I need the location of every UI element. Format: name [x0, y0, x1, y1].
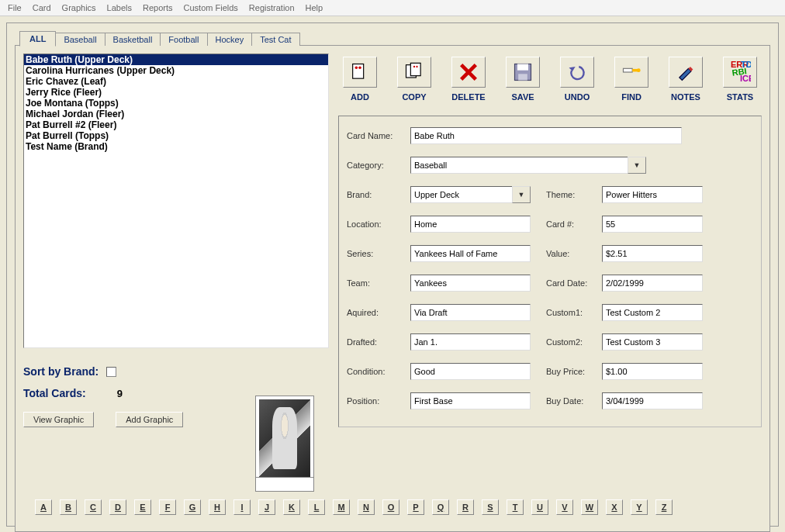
drafted-input[interactable]: [410, 333, 531, 351]
list-item[interactable]: Michael Jordan (Fleer): [24, 109, 328, 119]
tab-baseball[interactable]: Baseball: [55, 33, 105, 46]
brand-label: Brand:: [347, 190, 404, 199]
stats-button[interactable]: ERRTD'RBIICESTATS: [718, 57, 762, 102]
alpha-button-c[interactable]: C: [85, 499, 102, 515]
custom2-input[interactable]: [602, 333, 703, 351]
undo-button[interactable]: UNDO: [555, 57, 599, 102]
alpha-button-r[interactable]: R: [457, 499, 474, 515]
menu-item-card[interactable]: Card: [28, 2, 56, 14]
alpha-button-m[interactable]: M: [333, 499, 350, 515]
total-cards-label: Total Cards:: [23, 387, 86, 399]
right-column: ADDCOPYDELETESAVEUNDOFINDNOTESERRTD'RBII…: [338, 54, 762, 523]
menu-item-reports[interactable]: Reports: [138, 2, 178, 14]
dropdown-arrow-icon[interactable]: ▼: [512, 186, 531, 203]
category-combo[interactable]: ▼: [410, 157, 646, 174]
alpha-button-v[interactable]: V: [556, 499, 573, 515]
card-name-input[interactable]: [410, 127, 682, 144]
list-item[interactable]: Carolina Hurricanes (Upper Deck): [24, 65, 328, 76]
alpha-button-u[interactable]: U: [531, 499, 548, 515]
aquired-input[interactable]: [410, 304, 531, 321]
add-graphic-button[interactable]: Add Graphic: [116, 412, 183, 427]
buy-date-input[interactable]: [602, 392, 703, 409]
tab-football[interactable]: Football: [160, 33, 207, 46]
toolbar-label: NOTES: [664, 92, 707, 102]
aquired-label: Aquired:: [347, 308, 404, 317]
alpha-button-s[interactable]: S: [482, 499, 499, 515]
menu-item-file[interactable]: File: [3, 2, 26, 14]
alpha-button-y[interactable]: Y: [631, 499, 648, 515]
notes-button[interactable]: NOTES: [664, 57, 707, 102]
list-item[interactable]: Jerry Rice (Fleer): [24, 87, 328, 98]
category-input[interactable]: [410, 157, 628, 174]
alpha-button-p[interactable]: P: [407, 499, 424, 515]
custom1-label: Custom1:: [546, 308, 596, 317]
find-button[interactable]: FIND: [610, 57, 653, 102]
menu-item-help[interactable]: Help: [301, 2, 328, 14]
alpha-button-w[interactable]: W: [581, 499, 598, 515]
value-input[interactable]: [602, 245, 703, 262]
position-input[interactable]: [410, 392, 531, 409]
alpha-button-t[interactable]: T: [507, 499, 524, 515]
alpha-button-d[interactable]: D: [109, 499, 126, 515]
list-item[interactable]: Eric Chavez (Leaf): [24, 76, 328, 87]
theme-input[interactable]: [602, 186, 703, 203]
alpha-button-b[interactable]: B: [60, 499, 77, 515]
list-item[interactable]: Test Name (Brand): [24, 141, 328, 152]
condition-label: Condition:: [347, 367, 404, 376]
copy-icon: [397, 57, 431, 88]
copy-button[interactable]: COPY: [392, 57, 436, 102]
buy-price-label: Buy Price:: [546, 367, 596, 376]
card-no-input[interactable]: [602, 216, 703, 233]
tab-hockey[interactable]: Hockey: [207, 33, 253, 46]
tab-basketball[interactable]: Basketball: [105, 33, 161, 46]
alpha-button-j[interactable]: J: [258, 499, 275, 515]
alpha-button-g[interactable]: G: [184, 499, 201, 515]
alpha-button-x[interactable]: X: [606, 499, 623, 515]
brand-combo[interactable]: ▼: [410, 186, 531, 203]
list-item[interactable]: Babe Ruth (Upper Deck): [24, 54, 328, 65]
dropdown-arrow-icon[interactable]: ▼: [628, 157, 646, 174]
condition-input[interactable]: [410, 363, 531, 380]
main-window: ALLBaseballBasketballFootballHockeyTest …: [6, 22, 779, 527]
alpha-button-o[interactable]: O: [382, 499, 399, 515]
brand-input[interactable]: [410, 186, 512, 203]
buy-price-input[interactable]: [602, 363, 703, 380]
alpha-button-h[interactable]: H: [209, 499, 226, 515]
save-button[interactable]: SAVE: [501, 57, 545, 102]
list-item[interactable]: Pat Burrell #2 (Fleer): [24, 119, 328, 130]
alpha-button-k[interactable]: K: [283, 499, 300, 515]
delete-button[interactable]: DELETE: [447, 57, 490, 102]
alpha-button-f[interactable]: F: [159, 499, 176, 515]
svg-rect-9: [518, 74, 527, 80]
alpha-button-z[interactable]: Z: [655, 499, 673, 515]
card-date-input[interactable]: [602, 275, 703, 292]
alpha-button-q[interactable]: Q: [432, 499, 449, 515]
list-item[interactable]: Pat Burrell (Topps): [24, 130, 328, 141]
view-graphic-button[interactable]: View Graphic: [23, 412, 94, 427]
menu-item-registration[interactable]: Registration: [244, 2, 299, 14]
total-cards-value: 9: [117, 388, 123, 399]
team-input[interactable]: [410, 275, 531, 292]
add-button[interactable]: ADD: [338, 57, 382, 102]
alpha-button-e[interactable]: E: [134, 499, 151, 515]
location-input[interactable]: [410, 216, 531, 233]
list-item[interactable]: Joe Montana (Topps): [24, 98, 328, 109]
tab-test-cat[interactable]: Test Cat: [251, 33, 299, 46]
svg-point-6: [416, 66, 417, 67]
sort-by-brand-checkbox[interactable]: [106, 367, 116, 377]
card-name-label: Card Name:: [347, 131, 404, 140]
series-input[interactable]: [410, 245, 531, 262]
alpha-button-a[interactable]: A: [35, 499, 52, 515]
menu-item-custom-fields[interactable]: Custom Fields: [179, 2, 243, 14]
card-listbox[interactable]: Babe Ruth (Upper Deck)Carolina Hurricane…: [23, 54, 329, 348]
alpha-button-n[interactable]: N: [358, 499, 375, 515]
custom1-input[interactable]: [602, 304, 703, 321]
category-label: Category:: [347, 161, 404, 170]
menu-item-graphics[interactable]: Graphics: [57, 2, 101, 14]
tab-all[interactable]: ALL: [19, 31, 56, 47]
menu-item-labels[interactable]: Labels: [102, 2, 137, 14]
alpha-button-l[interactable]: L: [308, 499, 325, 515]
drafted-label: Drafted:: [347, 337, 404, 347]
alpha-button-i[interactable]: I: [233, 499, 251, 515]
menu-bar: FileCardGraphicsLabelsReportsCustom Fiel…: [0, 0, 785, 16]
